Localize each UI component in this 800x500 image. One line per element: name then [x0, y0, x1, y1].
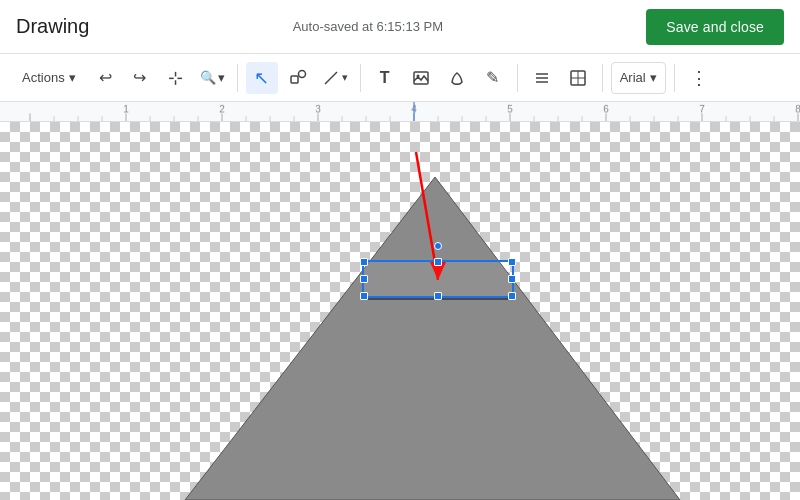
more-options-button[interactable]: ⋮: [683, 62, 715, 94]
undo-button[interactable]: ↩: [90, 62, 122, 94]
redo-icon: ↪: [133, 68, 146, 87]
font-chevron-icon: ▾: [650, 70, 657, 85]
divider-2: [360, 64, 361, 92]
svg-point-4: [416, 74, 419, 77]
toolbar-actions-group: Actions ▾: [12, 62, 86, 94]
divider-5: [674, 64, 675, 92]
ruler-canvas: [0, 102, 800, 121]
image-icon: [412, 69, 430, 87]
move-button[interactable]: ⊹: [160, 62, 192, 94]
image-button[interactable]: [405, 62, 437, 94]
drawing-svg: [0, 122, 800, 500]
pen-icon: ✎: [486, 68, 499, 87]
header: Drawing Auto-saved at 6:15:13 PM Save an…: [0, 0, 800, 54]
list-icon: [533, 69, 551, 87]
fill-icon: [448, 69, 466, 87]
actions-label: Actions: [22, 70, 65, 85]
svg-marker-11: [185, 177, 680, 500]
shapes-icon: [289, 69, 307, 87]
font-selector-button[interactable]: Arial ▾: [611, 62, 666, 94]
text-button[interactable]: T: [369, 62, 401, 94]
canvas-area[interactable]: [0, 122, 800, 500]
line-button[interactable]: ▾: [318, 62, 352, 94]
svg-rect-0: [291, 76, 298, 83]
divider-4: [602, 64, 603, 92]
svg-point-1: [298, 70, 305, 77]
more-icon: ⋮: [690, 67, 708, 89]
save-and-close-button[interactable]: Save and close: [646, 9, 784, 45]
ruler: [0, 102, 800, 122]
divider-3: [517, 64, 518, 92]
app-title: Drawing: [16, 15, 89, 38]
undo-icon: ↩: [99, 68, 112, 87]
line-chevron-icon: ▾: [342, 71, 348, 84]
line-icon: [322, 69, 340, 87]
select-tool-button[interactable]: ↖: [246, 62, 278, 94]
divider-1: [237, 64, 238, 92]
redo-button[interactable]: ↪: [124, 62, 156, 94]
svg-line-2: [325, 72, 337, 84]
pen-button[interactable]: ✎: [477, 62, 509, 94]
text-icon: T: [380, 69, 390, 87]
actions-button[interactable]: Actions ▾: [12, 62, 86, 94]
table-icon: [569, 69, 587, 87]
actions-chevron-icon: ▾: [69, 70, 76, 85]
zoom-icon: 🔍: [200, 70, 216, 85]
toolbar-history-group: ↩ ↪: [90, 62, 156, 94]
autosave-status: Auto-saved at 6:15:13 PM: [293, 19, 443, 34]
list-button[interactable]: [526, 62, 558, 94]
font-label: Arial: [620, 70, 646, 85]
zoom-button[interactable]: 🔍 ▾: [196, 62, 229, 94]
fill-button[interactable]: [441, 62, 473, 94]
toolbar: Actions ▾ ↩ ↪ ⊹ 🔍 ▾ ↖ ▾ T: [0, 54, 800, 102]
table-button[interactable]: [562, 62, 594, 94]
shapes-button[interactable]: [282, 62, 314, 94]
move-icon: ⊹: [168, 67, 183, 89]
select-icon: ↖: [254, 67, 269, 89]
zoom-chevron-icon: ▾: [218, 70, 225, 85]
